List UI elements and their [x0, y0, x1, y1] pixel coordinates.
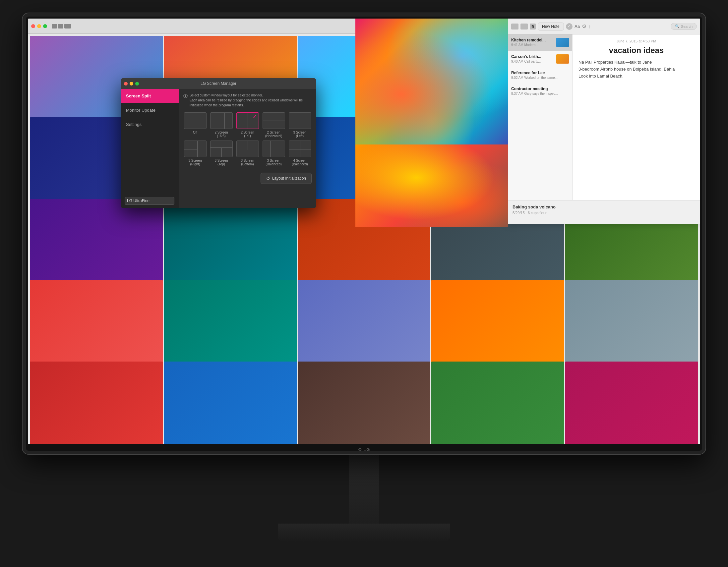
layout-init-label: Layout Initialization [272, 176, 306, 181]
layout-preview-3screen-left [289, 112, 311, 129]
layout-label-2screen-16-5: 2 Screen (16:5) [214, 131, 228, 138]
lg-sidebar: Screen Split Monitor Update Settings LG … [121, 89, 179, 208]
note-time: 8:37 AM Gary says the inspec... [511, 92, 569, 95]
info-line2: Each area can be resized by dragging the… [190, 98, 312, 108]
layout-preview-3screen-bottom [236, 141, 259, 157]
notes-app: 🗑 New Note ✓ Aa ⚙ ↑ 🔍 Search [508, 19, 700, 224]
notes-icon-trash[interactable]: 🗑 [530, 24, 536, 30]
layout-label-3screen-top: 3 Screen (Top) [214, 159, 228, 166]
baking-note-title: Baking soda volcano [513, 205, 696, 210]
notes-icon-box [511, 24, 518, 30]
layout-option-3screen-bottom[interactable]: 3 Screen (Bottom) [236, 141, 259, 166]
info-line1: Select custom window layout for selected… [190, 93, 312, 98]
notes-settings-icon[interactable]: ⚙ [582, 23, 586, 30]
note-time: 9:40 AM Call party... [511, 60, 554, 63]
close-button[interactable] [31, 24, 35, 28]
layout-option-3screen-left[interactable]: 3 Screen (Left) [288, 112, 312, 138]
layout-preview-4screen-balanced [289, 141, 311, 157]
layout-label-3screen-right: 3 Screen (Right) [188, 159, 202, 166]
note-main-title: vacation ideas [578, 46, 694, 55]
dialog-body: Screen Split Monitor Update Settings LG … [121, 89, 316, 208]
monitor-stand [278, 454, 450, 542]
note-thumb [556, 38, 569, 47]
lg-brand-logo: ⊙ LG [358, 447, 370, 452]
lg-screen-manager-dialog: LG Screen Manager Screen Split Monitor U… [121, 78, 316, 208]
layout-option-3screen-top[interactable]: 3 Screen (Top) [210, 141, 233, 166]
layout-options-grid: Off 2 Screen (16:5) [183, 112, 312, 166]
layout-option-2screen-1-1[interactable]: ✓ 2 Screen (1:1) [236, 112, 259, 138]
photo-thumb[interactable] [298, 361, 431, 444]
baking-note-meta: 5/29/15 6 cups flour [513, 211, 696, 215]
note-list-item[interactable]: Reference for Lee 9:02 AM Worked on the … [508, 67, 572, 83]
note-list-item[interactable]: Carson's birth... 9:40 AM Call party... [508, 51, 572, 67]
sidebar-item-screen-split[interactable]: Screen Split [121, 89, 179, 103]
note-body-text: Na Pali Properties Kauai—talk to Jane 3-… [578, 59, 694, 80]
layout-label-3screen-left: 3 Screen (Left) [293, 131, 306, 138]
note-thumb [556, 54, 569, 64]
layout-initialization-button[interactable]: ↺ Layout Initialization [261, 173, 312, 184]
photo-thumb[interactable] [30, 361, 163, 444]
photo-thumb[interactable] [164, 361, 297, 444]
notes-list: Kitchen remodel... 9:41 AM Modern... Car… [508, 34, 573, 200]
dialog-minimize[interactable] [130, 82, 133, 86]
notes-text-icon: Aa [575, 24, 580, 29]
sidebar-item-monitor-update[interactable]: Monitor Update [121, 103, 179, 117]
notes-icon-grid [520, 24, 528, 30]
monitor-dropdown: LG UltraFineLG 27UK850LG 32UN880 [121, 194, 179, 208]
notes-check-icon: ✓ [566, 23, 573, 30]
dialog-main-content: ⓘ Select custom window layout for select… [179, 89, 316, 208]
layout-option-off[interactable]: Off [183, 112, 207, 138]
new-note-button[interactable]: New Note [538, 23, 564, 31]
layout-preview-3screen-top [210, 141, 233, 157]
minimize-button[interactable] [37, 24, 41, 28]
dialog-title: LG Screen Manager [201, 81, 236, 86]
layout-option-4screen-balanced[interactable]: 4 Screen (Balanced) [288, 141, 312, 166]
info-bar: ⓘ Select custom window layout for select… [183, 93, 312, 108]
baking-note[interactable]: Baking soda volcano 5/29/15 6 cups flour [508, 200, 700, 224]
note-time: 9:41 AM Modern... [511, 43, 554, 47]
dialog-traffic-lights [124, 82, 139, 86]
photo-thumb[interactable] [431, 361, 564, 444]
monitor-screen: image × [28, 19, 700, 444]
notes-search-box[interactable]: 🔍 Search [671, 23, 697, 30]
note-title: Carson's birth... [511, 54, 554, 59]
scenic-photo-bottom [355, 145, 508, 227]
photo-thumb[interactable] [565, 361, 698, 444]
monitor-select[interactable]: LG UltraFineLG 27UK850LG 32UN880 [125, 197, 174, 205]
monitor-frame: image × [23, 13, 705, 454]
layout-label-4screen-balanced: 4 Screen (Balanced) [292, 159, 308, 166]
layout-preview-off [184, 112, 207, 129]
layout-option-3screen-balanced[interactable]: 3 Screen (Balanced) [262, 141, 285, 166]
dialog-expand[interactable] [135, 82, 139, 86]
layout-label-2screen-1-1: 2 Screen (1:1) [241, 131, 254, 138]
layout-preview-3screen-balanced [263, 141, 285, 157]
layout-label-3screen-balanced: 3 Screen (Balanced) [266, 159, 281, 166]
note-list-item[interactable]: Kitchen remodel... 9:41 AM Modern... [508, 34, 572, 51]
stand-neck [349, 454, 379, 524]
note-date: June 7, 2015 at 4:53 PM [578, 39, 694, 43]
layout-label-off: Off [193, 131, 197, 134]
layout-option-3screen-right[interactable]: 3 Screen (Right) [183, 141, 207, 166]
layout-preview-3screen-right [184, 141, 207, 157]
dialog-close[interactable] [124, 82, 128, 86]
traffic-lights [31, 24, 47, 28]
notes-toolbar: 🗑 New Note ✓ Aa ⚙ ↑ 🔍 Search [508, 19, 700, 34]
toolbar-icon-grid [52, 24, 71, 29]
note-title: Kitchen remodel... [511, 38, 554, 42]
maximize-button[interactable] [43, 24, 47, 28]
dialog-titlebar: LG Screen Manager [121, 78, 316, 89]
info-icon: ⓘ [183, 93, 188, 108]
note-title: Contractor meeting [511, 87, 569, 91]
stand-base [278, 524, 450, 542]
notes-share-icon[interactable]: ↑ [588, 24, 591, 29]
scenic-photo-top [355, 19, 508, 145]
sidebar-item-settings[interactable]: Settings [121, 117, 179, 132]
note-time: 9:02 AM Worked on the same... [511, 76, 569, 80]
layout-preview-2screen-1-1: ✓ [236, 112, 259, 129]
layout-option-2screen-horizontal[interactable]: 2 Screen (Horizontal) [262, 112, 285, 138]
notes-content: June 7, 2015 at 4:53 PM vacation ideas N… [573, 34, 700, 200]
layout-option-2screen-16-5[interactable]: 2 Screen (16:5) [210, 112, 233, 138]
refresh-icon: ↺ [266, 176, 270, 181]
note-list-item[interactable]: Contractor meeting 8:37 AM Gary says the… [508, 83, 572, 99]
layout-label-2screen-horizontal: 2 Screen (Horizontal) [265, 131, 282, 138]
